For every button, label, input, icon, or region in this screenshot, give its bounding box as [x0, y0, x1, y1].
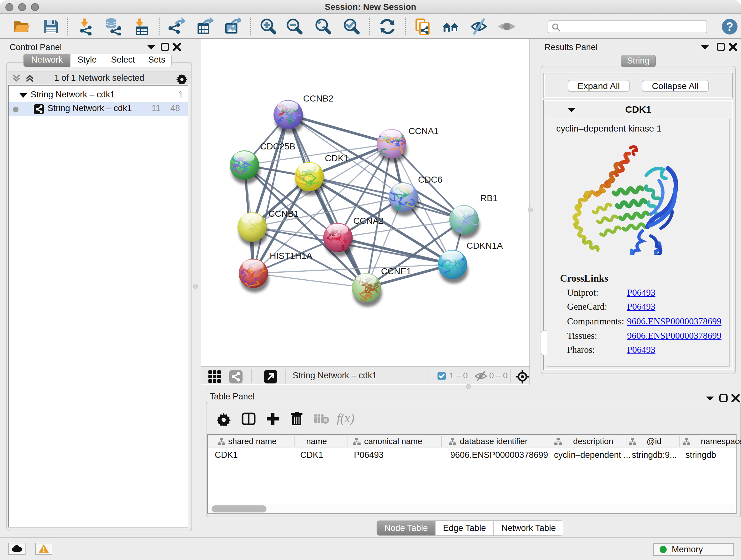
- svg-text:RB1: RB1: [480, 193, 497, 203]
- svg-text:CDC25B: CDC25B: [260, 141, 295, 151]
- svg-text:CCNA2: CCNA2: [353, 216, 384, 226]
- svg-text:CDC6: CDC6: [418, 175, 442, 185]
- svg-text:CCNB2: CCNB2: [303, 94, 333, 104]
- svg-text:CCNE1: CCNE1: [381, 266, 411, 276]
- svg-text:HIST1H1A: HIST1H1A: [270, 251, 313, 261]
- svg-text:CCNA1: CCNA1: [408, 126, 439, 136]
- svg-text:CDKN1A: CDKN1A: [467, 241, 503, 251]
- svg-text:CCNB1: CCNB1: [268, 209, 299, 219]
- svg-text:CDK1: CDK1: [325, 153, 349, 163]
